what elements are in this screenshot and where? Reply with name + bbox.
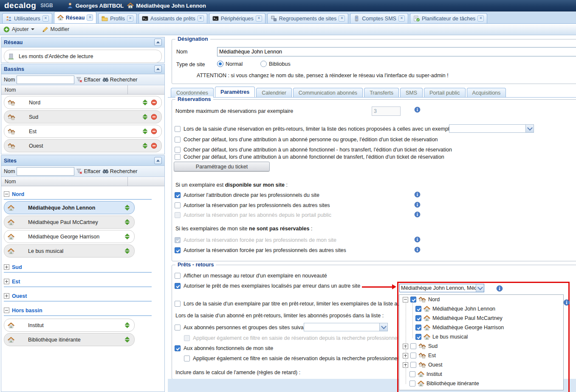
info-icon[interactable] xyxy=(414,236,421,243)
close-icon[interactable]: × xyxy=(87,14,93,21)
sort-arrows-icon[interactable] xyxy=(142,114,148,120)
expand-node-icon[interactable] xyxy=(403,362,408,368)
sites-name-input[interactable] xyxy=(17,167,74,176)
tree-item-site[interactable]: Bibliothèque itinérante xyxy=(399,379,563,388)
tree-item-bassin[interactable]: Nord xyxy=(399,295,563,304)
checkbox[interactable] xyxy=(175,126,181,132)
site-row[interactable]: Médiathèque Paul McCartney xyxy=(4,216,135,229)
checkbox[interactable] xyxy=(175,247,181,253)
close-icon[interactable]: × xyxy=(127,15,133,22)
bassin-row[interactable]: Est xyxy=(4,125,162,138)
sort-arrows-icon[interactable] xyxy=(124,204,130,211)
expand-node-icon[interactable] xyxy=(403,344,408,349)
tab-parametres[interactable]: Paramètres xyxy=(215,87,255,97)
tree-item-bassin[interactable]: Ouest xyxy=(399,360,563,370)
bassins-name-input[interactable] xyxy=(17,76,74,84)
checkbox[interactable] xyxy=(410,297,416,302)
checkbox[interactable] xyxy=(410,362,416,368)
bassins-column-header[interactable]: Nom xyxy=(1,85,164,95)
info-icon[interactable] xyxy=(414,202,421,208)
tab-peripheriques[interactable]: Périphériques × xyxy=(209,13,265,23)
remove-icon[interactable] xyxy=(151,128,157,134)
checkbox[interactable] xyxy=(175,283,181,289)
site-row[interactable]: Le bus musical xyxy=(4,244,135,258)
chevron-down-icon[interactable] xyxy=(525,125,534,132)
site-group-hors-bassin[interactable]: Hors bassin xyxy=(4,305,152,316)
checkbox[interactable] xyxy=(415,334,421,340)
tab-comptes-sms[interactable]: Comptes SMS × xyxy=(350,13,408,23)
tree-item-site[interactable]: Le bus musical xyxy=(399,332,563,342)
close-icon[interactable]: × xyxy=(42,15,49,22)
close-icon[interactable]: × xyxy=(398,15,405,22)
site-group-ouest[interactable]: Ouest xyxy=(4,291,152,302)
info-icon[interactable] xyxy=(496,285,503,292)
tree-item-site[interactable]: Médiathèque John Lennon xyxy=(399,304,563,314)
expand-group-icon[interactable] xyxy=(4,279,9,284)
checkbox[interactable] xyxy=(175,325,181,330)
checkbox[interactable] xyxy=(415,306,421,312)
tab-calendrier[interactable]: Calendrier xyxy=(256,88,292,97)
checkbox[interactable] xyxy=(409,381,415,386)
tab-portail-public[interactable]: Portail public xyxy=(424,88,466,97)
sort-arrows-icon[interactable] xyxy=(124,336,130,343)
radio-normal[interactable]: Normal xyxy=(217,61,243,67)
limit-notices-select[interactable] xyxy=(449,124,534,133)
expand-group-icon[interactable] xyxy=(4,293,9,299)
ticket-settings-button[interactable]: Paramétrage du ticket xyxy=(174,162,270,171)
close-icon[interactable]: × xyxy=(339,15,345,22)
checkbox[interactable] xyxy=(410,343,416,349)
info-icon[interactable] xyxy=(414,106,421,113)
checkbox[interactable] xyxy=(175,154,181,160)
expand-group-icon[interactable] xyxy=(4,264,9,270)
tab-reseau[interactable]: Réseau × xyxy=(54,11,96,23)
close-icon[interactable]: × xyxy=(256,15,262,22)
edit-button[interactable]: Modifier xyxy=(42,26,69,33)
checkbox[interactable] xyxy=(175,301,181,307)
checkbox[interactable] xyxy=(415,325,421,330)
checkbox[interactable] xyxy=(184,356,190,361)
info-icon[interactable] xyxy=(563,299,570,306)
search-button[interactable]: Rechercher xyxy=(102,76,138,83)
checkbox[interactable] xyxy=(175,192,181,198)
site-row[interactable]: Médiathèque George Harrison xyxy=(4,230,135,243)
tab-profils[interactable]: Profils × xyxy=(98,13,137,23)
collapse-group-icon[interactable] xyxy=(4,191,9,197)
clear-button[interactable]: Effacer xyxy=(76,168,100,174)
clear-button[interactable]: Effacer xyxy=(76,76,100,83)
tab-communication-abonnes[interactable]: Communication abonnés xyxy=(293,88,363,97)
remove-icon[interactable] xyxy=(151,99,157,106)
tab-assistants-de-prets[interactable]: Assistants de prêts × xyxy=(138,13,207,23)
bassin-row[interactable]: Nord xyxy=(4,96,162,109)
bassin-row[interactable]: Ouest xyxy=(4,139,162,152)
sort-arrows-icon[interactable] xyxy=(142,128,148,134)
tab-coordonnees[interactable]: Coordonnées xyxy=(171,88,214,97)
sort-arrows-icon[interactable] xyxy=(124,248,130,254)
tab-planificateur-de-taches[interactable]: Planificateur de tâches × xyxy=(410,13,487,23)
remove-icon[interactable] xyxy=(151,143,157,149)
remove-icon[interactable] xyxy=(151,114,157,120)
reseau-item[interactable]: Les monts d'Ardèche de lecture xyxy=(4,50,162,63)
tree-item-site[interactable]: Institut xyxy=(399,370,563,379)
checkbox[interactable] xyxy=(175,273,181,279)
current-user[interactable]: Georges ABITBOL xyxy=(67,2,124,9)
tree-item-bassin[interactable]: Sud xyxy=(399,342,563,351)
collapse-button[interactable] xyxy=(154,157,162,164)
site-group-est[interactable]: Est xyxy=(4,277,152,287)
tab-regroupements-de-sites[interactable]: Regroupements de sites × xyxy=(267,13,349,23)
checkbox[interactable] xyxy=(175,345,181,351)
checkbox[interactable] xyxy=(175,202,181,208)
collapse-node-icon[interactable] xyxy=(403,297,408,302)
bassin-row[interactable]: Sud xyxy=(4,110,162,123)
expand-node-icon[interactable] xyxy=(403,353,408,358)
abonnes-sites-select[interactable] xyxy=(304,323,388,331)
tree-item-site[interactable]: Médiathèque Paul McCartney xyxy=(399,314,563,323)
tree-item-site[interactable]: Médiathèque George Harrison xyxy=(399,323,563,332)
site-row[interactable]: Institut xyxy=(4,319,135,332)
search-button[interactable]: Rechercher xyxy=(102,168,138,174)
info-icon[interactable] xyxy=(414,246,421,253)
checkbox[interactable] xyxy=(415,315,421,321)
site-group-nord[interactable]: Nord xyxy=(4,189,152,200)
add-button[interactable]: Ajouter xyxy=(3,26,34,33)
sort-arrows-icon[interactable] xyxy=(124,322,130,328)
tab-acquisitions[interactable]: Acquisitions xyxy=(467,88,506,97)
